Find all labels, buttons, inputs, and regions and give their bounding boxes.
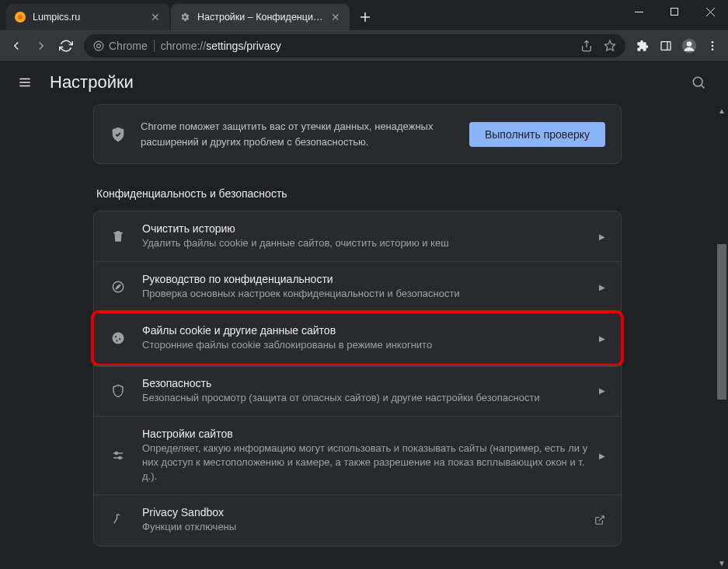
profile-icon[interactable]: [678, 35, 700, 57]
chevron-right-icon: ▶: [599, 386, 605, 395]
row-subtitle: Проверка основных настроек конфиденциаль…: [142, 287, 590, 301]
close-window-button[interactable]: [692, 0, 728, 23]
svg-point-1: [18, 15, 23, 19]
shield-check-icon: [110, 126, 127, 143]
url-scheme: chrome://: [161, 40, 206, 52]
row-title: Privacy Sandbox: [142, 506, 585, 518]
scroll-up-arrow[interactable]: ▲: [716, 104, 728, 117]
close-icon[interactable]: ✕: [329, 11, 342, 23]
compass-icon: [110, 278, 127, 295]
tab-title: Lumpics.ru: [33, 12, 145, 23]
forward-button[interactable]: [30, 34, 53, 58]
chrome-chip-label: Chrome: [109, 40, 148, 52]
back-button[interactable]: [5, 34, 28, 58]
svg-marker-10: [604, 40, 615, 51]
row-title: Очистить историю: [142, 222, 590, 235]
trash-icon: [110, 228, 127, 245]
tab-strip: Lumpics.ru ✕ Настройки – Конфиденциально…: [0, 4, 621, 30]
search-button[interactable]: [684, 68, 712, 96]
address-bar: Chrome chrome://settings/privacy: [0, 31, 728, 61]
content-area: Chrome поможет защитить вас от утечки да…: [0, 104, 728, 569]
tab-settings[interactable]: Настройки – Конфиденциально ✕: [171, 4, 350, 30]
row-subtitle: Сторонние файлы cookie заблокированы в р…: [142, 338, 590, 352]
row-title: Руководство по конфиденциальности: [142, 273, 590, 285]
row-subtitle: Удалить файлы cookie и данные сайтов, оч…: [142, 236, 590, 250]
scrollbar-thumb[interactable]: [717, 244, 726, 400]
tab-lumpics[interactable]: Lumpics.ru ✕: [6, 4, 169, 30]
svg-point-8: [94, 41, 103, 51]
row-subtitle: Безопасный просмотр (защита от опасных с…: [142, 391, 590, 405]
new-tab-button[interactable]: [354, 6, 376, 28]
row-cookies[interactable]: Файлы cookie и другие данные сайтов Стор…: [91, 310, 624, 366]
svg-point-27: [115, 452, 117, 455]
settings-header: Настройки: [0, 61, 728, 104]
cookie-icon: [110, 330, 127, 347]
row-subtitle: Определяет, какую информацию могут испол…: [142, 442, 590, 484]
safety-check-text: Chrome поможет защитить вас от утечки да…: [141, 119, 455, 149]
omnibox[interactable]: Chrome chrome://settings/privacy: [84, 34, 625, 58]
chrome-logo-icon: [93, 40, 104, 51]
extensions-icon[interactable]: [632, 35, 653, 57]
window-titlebar: Lumpics.ru ✕ Настройки – Конфиденциально…: [0, 0, 728, 31]
scroll-down-arrow[interactable]: ▼: [716, 557, 728, 569]
privacy-rows-card: Очистить историю Удалить файлы cookie и …: [93, 211, 622, 546]
omnibox-actions: [580, 40, 616, 52]
chevron-right-icon: ▶: [599, 283, 605, 291]
url-path: settings/privacy: [206, 40, 280, 52]
chrome-chip: Chrome: [93, 40, 155, 52]
svg-point-9: [97, 44, 101, 47]
gear-icon: [179, 11, 191, 23]
minimize-button[interactable]: [621, 0, 657, 23]
chevron-right-icon: ▶: [599, 232, 605, 241]
vertical-scrollbar[interactable]: ▲ ▼: [716, 104, 728, 569]
row-title: Файлы cookie и другие данные сайтов: [142, 324, 590, 337]
svg-rect-5: [671, 9, 678, 16]
svg-line-22: [702, 86, 705, 89]
svg-point-28: [119, 457, 121, 459]
menu-dots-icon[interactable]: [702, 35, 723, 57]
row-privacy-guide[interactable]: Руководство по конфиденциальности Провер…: [94, 261, 621, 312]
safety-check-card: Chrome поможет защитить вас от утечки да…: [93, 104, 622, 164]
chevron-right-icon: ▶: [599, 334, 605, 343]
page-title: Настройки: [50, 72, 134, 93]
row-clear-history[interactable]: Очистить историю Удалить файлы cookie и …: [94, 211, 621, 261]
safety-check-button[interactable]: Выполнить проверку: [469, 122, 605, 147]
svg-point-21: [693, 77, 702, 86]
chevron-right-icon: ▶: [599, 452, 605, 460]
row-privacy-sandbox[interactable]: Privacy Sandbox Функции отключены: [94, 494, 621, 545]
svg-point-14: [687, 41, 692, 47]
maximize-button[interactable]: [657, 0, 692, 23]
reload-button[interactable]: [54, 34, 78, 58]
svg-point-15: [712, 41, 714, 44]
lumpics-favicon: [14, 11, 26, 23]
section-heading: Конфиденциальность и безопасность: [93, 187, 705, 200]
row-security[interactable]: Безопасность Безопасный просмотр (защита…: [94, 365, 621, 416]
bookmark-icon[interactable]: [604, 40, 616, 52]
close-icon[interactable]: ✕: [149, 11, 162, 23]
external-link-icon: [594, 515, 605, 525]
shield-icon: [110, 382, 127, 400]
row-title: Безопасность: [142, 377, 590, 389]
row-site-settings[interactable]: Настройки сайтов Определяет, какую инфор…: [94, 416, 621, 495]
svg-rect-11: [661, 41, 671, 50]
tab-title: Настройки – Конфиденциально: [197, 12, 325, 23]
sliders-icon: [110, 447, 127, 464]
hamburger-menu-button[interactable]: [16, 73, 34, 92]
sidepanel-icon[interactable]: [655, 35, 677, 57]
share-icon[interactable]: [580, 40, 593, 52]
row-title: Настройки сайтов: [142, 428, 590, 440]
svg-point-17: [712, 48, 714, 51]
svg-marker-24: [116, 284, 120, 289]
svg-point-16: [712, 44, 714, 47]
flask-icon: [110, 511, 127, 529]
row-subtitle: Функции отключены: [142, 520, 585, 534]
window-controls: [621, 0, 728, 23]
